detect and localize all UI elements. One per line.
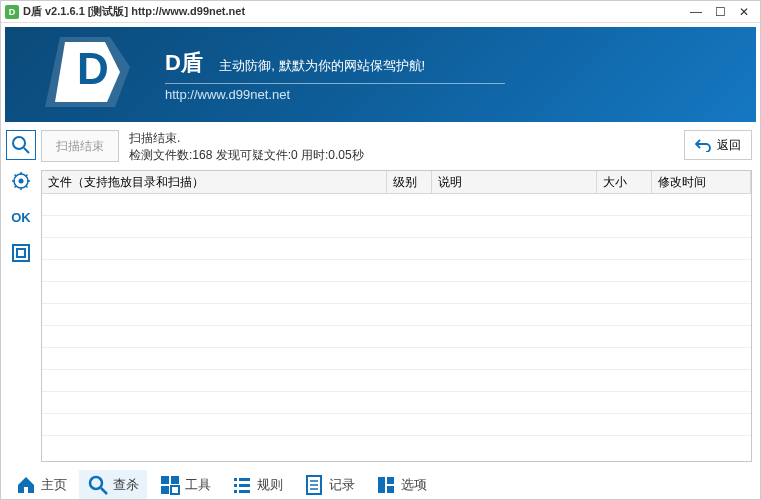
svg-point-6: [19, 179, 24, 184]
nav-log-label: 记录: [329, 476, 355, 494]
status-area: 扫描结束. 检测文件数:168 发现可疑文件:0 用时:0.05秒: [129, 130, 684, 164]
th-level[interactable]: 级别: [387, 171, 432, 193]
banner-name: D盾: [165, 48, 203, 78]
table-row: [42, 414, 751, 436]
return-icon: [695, 138, 711, 152]
table-row: [42, 370, 751, 392]
window-title: D盾 v2.1.6.1 [测试版] http://www.d99net.net: [23, 4, 245, 19]
svg-rect-11: [161, 476, 169, 484]
table-row: [42, 282, 751, 304]
toolbar: 扫描结束 扫描结束. 检测文件数:168 发现可疑文件:0 用时:0.05秒 返…: [41, 130, 752, 164]
table-header: 文件（支持拖放目录和扫描） 级别 说明 大小 修改时间: [42, 171, 751, 194]
svg-point-3: [13, 137, 25, 149]
title-bar: D D盾 v2.1.6.1 [测试版] http://www.d99net.ne…: [1, 1, 760, 23]
return-button[interactable]: 返回: [684, 130, 752, 160]
nav-rules[interactable]: 规则: [223, 470, 291, 500]
maximize-button[interactable]: ☐: [708, 5, 732, 19]
sidebar-settings[interactable]: [6, 166, 36, 196]
nav-options-label: 选项: [401, 476, 427, 494]
svg-rect-8: [17, 249, 25, 257]
table-row: [42, 216, 751, 238]
banner: D D盾 主动防御, 默默为你的网站保驾护航! http://www.d99ne…: [5, 27, 756, 122]
svg-point-9: [90, 477, 102, 489]
scan-end-button[interactable]: 扫描结束: [41, 130, 119, 162]
bottom-nav: 主页 查杀 工具 规则 记录 选项: [1, 466, 760, 500]
svg-rect-13: [161, 486, 169, 494]
home-icon: [15, 474, 37, 496]
banner-url: http://www.d99net.net: [165, 87, 505, 102]
th-mtime[interactable]: 修改时间: [652, 171, 751, 193]
svg-rect-15: [234, 478, 237, 481]
search-icon: [87, 474, 109, 496]
app-icon: D: [5, 5, 19, 19]
banner-logo: D: [5, 27, 155, 122]
svg-rect-16: [239, 478, 250, 481]
svg-text:D: D: [77, 44, 109, 93]
banner-slogan: 主动防御, 默默为你的网站保驾护航!: [219, 58, 425, 73]
tools-icon: [159, 474, 181, 496]
log-icon: [303, 474, 325, 496]
table-row: [42, 326, 751, 348]
table-row: [42, 194, 751, 216]
table-row: [42, 348, 751, 370]
svg-rect-25: [378, 477, 385, 493]
th-size[interactable]: 大小: [597, 171, 652, 193]
sidebar-ok[interactable]: OK: [6, 202, 36, 232]
table-row: [42, 304, 751, 326]
nav-tools-label: 工具: [185, 476, 211, 494]
nav-scan[interactable]: 查杀: [79, 470, 147, 500]
rules-icon: [231, 474, 253, 496]
svg-rect-20: [239, 490, 250, 493]
th-file[interactable]: 文件（支持拖放目录和扫描）: [42, 171, 387, 193]
nav-tools[interactable]: 工具: [151, 470, 219, 500]
svg-rect-19: [234, 490, 237, 493]
return-label: 返回: [717, 137, 741, 154]
status-line-1: 扫描结束.: [129, 130, 684, 147]
svg-line-10: [101, 488, 107, 494]
minimize-button[interactable]: —: [684, 5, 708, 19]
close-button[interactable]: ✕: [732, 5, 756, 19]
svg-rect-26: [387, 477, 394, 484]
table-row: [42, 238, 751, 260]
sidebar-search[interactable]: [6, 130, 36, 160]
svg-rect-27: [387, 486, 394, 493]
sidebar: OK: [1, 126, 41, 466]
nav-log[interactable]: 记录: [295, 470, 363, 500]
svg-rect-12: [171, 476, 179, 484]
th-desc[interactable]: 说明: [432, 171, 597, 193]
table-body[interactable]: [42, 194, 751, 452]
svg-rect-18: [239, 484, 250, 487]
table-row: [42, 392, 751, 414]
nav-home-label: 主页: [41, 476, 67, 494]
table-row: [42, 260, 751, 282]
svg-rect-17: [234, 484, 237, 487]
nav-scan-label: 查杀: [113, 476, 139, 494]
table-row: [42, 436, 751, 452]
nav-rules-label: 规则: [257, 476, 283, 494]
svg-rect-7: [13, 245, 29, 261]
results-table: 文件（支持拖放目录和扫描） 级别 说明 大小 修改时间: [41, 170, 752, 462]
sidebar-square[interactable]: [6, 238, 36, 268]
options-icon: [375, 474, 397, 496]
status-line-2: 检测文件数:168 发现可疑文件:0 用时:0.05秒: [129, 147, 684, 164]
nav-options[interactable]: 选项: [367, 470, 435, 500]
svg-line-4: [24, 148, 29, 153]
nav-home[interactable]: 主页: [7, 470, 75, 500]
svg-rect-14: [171, 486, 179, 494]
